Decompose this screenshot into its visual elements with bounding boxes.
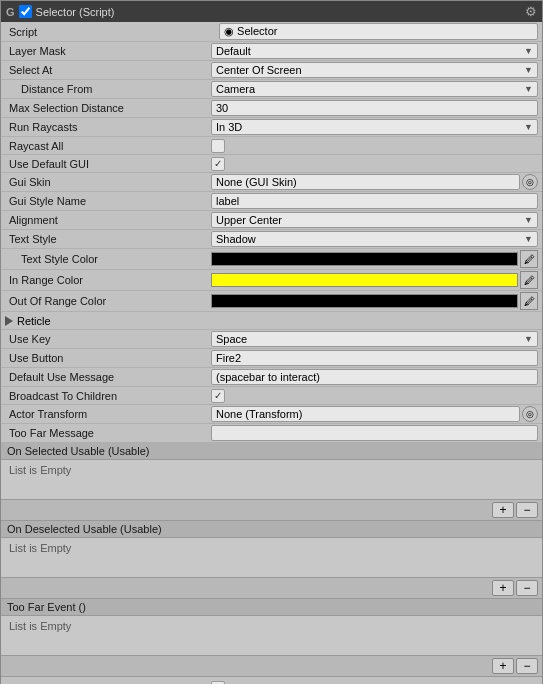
value-text-style: Shadow▼ <box>211 231 542 247</box>
swatch-text-style-color[interactable] <box>211 252 518 266</box>
row-use-key: Use Key Space▼ <box>1 330 542 349</box>
gui-skin-picker-icon[interactable]: ◎ <box>522 174 538 190</box>
eyedropper-text-style-color[interactable]: 🖉 <box>520 250 538 268</box>
value-broadcast-to-children <box>211 389 542 403</box>
row-max-selection-distance: Max Selection Distance <box>1 99 542 118</box>
label-gui-skin: Gui Skin <box>1 176 211 188</box>
list-add-too-far[interactable]: + <box>492 658 514 674</box>
swatch-in-range-color[interactable] <box>211 273 518 287</box>
header-icon: G <box>6 6 15 18</box>
label-use-default-gui: Use Default GUI <box>1 158 211 170</box>
list-too-far-event: Too Far Event () List is Empty + − <box>1 599 542 677</box>
row-layer-mask: Layer Mask Default▼ <box>1 42 542 61</box>
row-alignment: Alignment Upper Center▼ <box>1 211 542 230</box>
value-gui-skin: None (GUI Skin) ◎ <box>211 174 542 190</box>
row-too-far-message: Too Far Message <box>1 424 542 443</box>
label-text-style-color: Text Style Color <box>1 253 211 265</box>
color-row-in-range: 🖉 <box>211 271 538 289</box>
color-row-out-of-range: 🖉 <box>211 292 538 310</box>
list-empty-on-deselected: List is Empty <box>9 540 71 556</box>
label-text-style: Text Style <box>1 233 211 245</box>
dropdown-select-at[interactable]: Center Of Screen▼ <box>211 62 538 78</box>
label-reticle: Reticle <box>17 315 51 327</box>
script-value[interactable]: ◉ Selector <box>219 23 538 40</box>
list-empty-too-far: List is Empty <box>9 618 71 634</box>
checkbox-use-default-gui[interactable] <box>211 157 225 171</box>
list-controls-too-far: + − <box>1 656 542 677</box>
component-enable-checkbox[interactable] <box>19 5 32 18</box>
row-in-range-color: In Range Color 🖉 <box>1 270 542 291</box>
row-actor-transform: Actor Transform None (Transform) ◎ <box>1 405 542 424</box>
value-out-of-range-color: 🖉 <box>211 292 542 310</box>
value-run-raycasts: In 3D▼ <box>211 119 542 135</box>
dropdown-use-key[interactable]: Space▼ <box>211 331 538 347</box>
chevron-down-icon: ▼ <box>524 334 533 344</box>
swatch-out-of-range-color[interactable] <box>211 294 518 308</box>
dropdown-distance-from[interactable]: Camera▼ <box>211 81 538 97</box>
value-in-range-color: 🖉 <box>211 271 542 289</box>
checkbox-raycast-all[interactable] <box>211 139 225 153</box>
checkbox-broadcast-to-children[interactable] <box>211 389 225 403</box>
label-distance-from: Distance From <box>1 83 211 95</box>
color-row-text-style: 🖉 <box>211 250 538 268</box>
list-title-on-deselected: On Deselected Usable (Usable) <box>7 523 162 535</box>
gear-icon[interactable]: ⚙ <box>525 4 537 19</box>
list-controls-on-deselected: + − <box>1 578 542 599</box>
list-controls-on-selected: + − <box>1 500 542 521</box>
label-select-at: Select At <box>1 64 211 76</box>
dropdown-actor-transform[interactable]: None (Transform) <box>211 406 520 422</box>
list-title-too-far: Too Far Event () <box>7 601 86 613</box>
actor-transform-picker-icon[interactable]: ◎ <box>522 406 538 422</box>
input-too-far-message[interactable] <box>211 425 538 441</box>
label-use-key: Use Key <box>1 333 211 345</box>
row-reticle[interactable]: Reticle <box>1 312 542 330</box>
chevron-down-icon: ▼ <box>524 234 533 244</box>
chevron-down-icon: ▼ <box>524 215 533 225</box>
dropdown-alignment[interactable]: Upper Center▼ <box>211 212 538 228</box>
list-on-selected-usable: On Selected Usable (Usable) List is Empt… <box>1 443 542 521</box>
list-area-too-far: List is Empty <box>1 616 542 656</box>
label-default-use-message: Default Use Message <box>1 371 211 383</box>
list-remove-too-far[interactable]: − <box>516 658 538 674</box>
chevron-down-icon: ▼ <box>524 84 533 94</box>
value-max-selection-distance <box>211 100 542 116</box>
value-use-button <box>211 350 542 366</box>
list-header-on-deselected: On Deselected Usable (Usable) <box>1 521 542 538</box>
script-row: Script ◉ Selector <box>1 22 542 42</box>
dropdown-text-style[interactable]: Shadow▼ <box>211 231 538 247</box>
list-remove-on-deselected[interactable]: − <box>516 580 538 596</box>
dropdown-layer-mask[interactable]: Default▼ <box>211 43 538 59</box>
list-add-on-deselected[interactable]: + <box>492 580 514 596</box>
list-on-deselected-usable: On Deselected Usable (Usable) List is Em… <box>1 521 542 599</box>
value-use-key: Space▼ <box>211 331 542 347</box>
input-use-button[interactable] <box>211 350 538 366</box>
label-max-selection-distance: Max Selection Distance <box>1 102 211 114</box>
dropdown-run-raycasts[interactable]: In 3D▼ <box>211 119 538 135</box>
dropdown-gui-skin[interactable]: None (GUI Skin) <box>211 174 520 190</box>
label-actor-transform: Actor Transform <box>1 408 211 420</box>
component-title: Selector (Script) <box>36 6 521 18</box>
value-gui-style-name <box>211 193 542 209</box>
gui-skin-row: None (GUI Skin) ◎ <box>211 174 538 190</box>
row-default-use-message: Default Use Message <box>1 368 542 387</box>
panel-header: G Selector (Script) ⚙ <box>1 1 542 22</box>
eyedropper-in-range-color[interactable]: 🖉 <box>520 271 538 289</box>
row-broadcast-to-children: Broadcast To Children <box>1 387 542 405</box>
input-max-selection-distance[interactable] <box>211 100 538 116</box>
input-default-use-message[interactable] <box>211 369 538 385</box>
list-remove-on-selected[interactable]: − <box>516 502 538 518</box>
label-too-far-message: Too Far Message <box>1 427 211 439</box>
input-gui-style-name[interactable] <box>211 193 538 209</box>
chevron-down-icon: ▼ <box>524 122 533 132</box>
row-gui-skin: Gui Skin None (GUI Skin) ◎ <box>1 173 542 192</box>
value-distance-from: Camera▼ <box>211 81 542 97</box>
list-add-on-selected[interactable]: + <box>492 502 514 518</box>
row-text-style-color: Text Style Color 🖉 <box>1 249 542 270</box>
row-text-style: Text Style Shadow▼ <box>1 230 542 249</box>
chevron-down-icon: ▼ <box>524 46 533 56</box>
eyedropper-out-of-range-color[interactable]: 🖉 <box>520 292 538 310</box>
value-too-far-message <box>211 425 542 441</box>
value-text-style-color: 🖉 <box>211 250 542 268</box>
label-raycast-all: Raycast All <box>1 140 211 152</box>
chevron-down-icon: ▼ <box>524 65 533 75</box>
